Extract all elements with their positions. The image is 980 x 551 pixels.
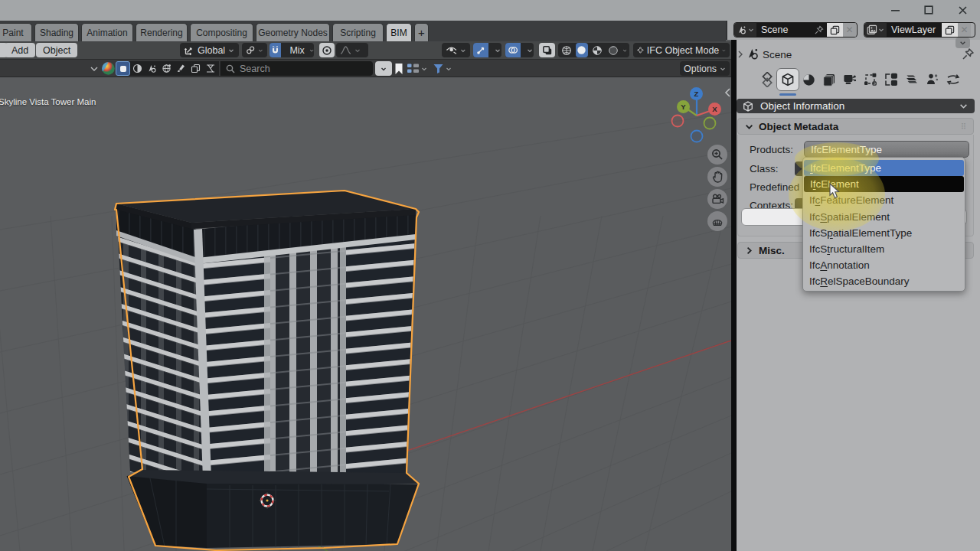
object-menu[interactable]: Object	[36, 43, 77, 57]
tab-material-properties[interactable]	[903, 70, 921, 89]
hierarchy-icon	[407, 63, 420, 74]
axis-ball-z[interactable]: Z	[690, 87, 703, 100]
ink-tool-button[interactable]	[145, 61, 159, 76]
products-dropdown[interactable]: IfcElementType	[804, 141, 969, 158]
scene-name: Scene	[761, 24, 788, 35]
perspective-toggle-button[interactable]	[707, 211, 727, 231]
viewlayer-selector[interactable]: ViewLayer ✕	[864, 22, 975, 37]
menu-item-IfcRelSpaceBoundary[interactable]: IfcRelSpaceBoundary	[803, 273, 965, 289]
pan-button[interactable]	[707, 167, 727, 187]
new-scene-button[interactable]	[827, 23, 843, 37]
tab-scene-properties[interactable]	[820, 70, 838, 89]
tab-modifier-properties[interactable]	[882, 70, 900, 89]
physics-properties-icon	[925, 72, 940, 87]
options-dropdown[interactable]: Options	[680, 61, 730, 76]
window-minimize-button[interactable]	[884, 2, 906, 18]
tab-geometry-nodes[interactable]: Geometry Nodes	[256, 23, 330, 41]
add-menu[interactable]: Add	[5, 43, 35, 57]
tab-compositing[interactable]: Compositing	[190, 23, 253, 41]
menu-item-IfcSpatialElementType[interactable]: IfcSpatialElementType	[803, 225, 965, 241]
filter-dropdown[interactable]	[433, 63, 452, 74]
building-model[interactable]	[115, 191, 419, 550]
transform-orientation-dropdown[interactable]: Global	[180, 43, 239, 57]
outliner-filter-dropdown[interactable]	[407, 63, 427, 74]
material-preview-button[interactable]	[591, 45, 603, 56]
menu-item-IfcAnnotation[interactable]: IfcAnnotation	[803, 257, 965, 273]
tab-tool-properties[interactable]	[758, 70, 776, 89]
show-gizmo-toggle[interactable]	[473, 43, 488, 57]
tab-constraint-properties[interactable]	[944, 70, 962, 89]
snap-toggle[interactable]	[270, 43, 281, 57]
mask-tool-button[interactable]	[130, 61, 145, 76]
tab-shading[interactable]: Shading	[34, 23, 79, 41]
editor-divider[interactable]	[731, 40, 737, 551]
tab-scripting[interactable]: Scripting	[332, 23, 384, 41]
panel-collapse-icon[interactable]	[724, 87, 731, 98]
editor-corner-chevron[interactable]	[956, 37, 970, 48]
hand-icon	[712, 171, 724, 183]
breadcrumb: Scene	[763, 49, 792, 60]
chevron-down-icon	[446, 66, 452, 72]
rendered-shading-button[interactable]	[606, 45, 619, 56]
tab-physics-properties[interactable]	[923, 70, 942, 89]
tab-output-properties[interactable]	[841, 70, 859, 89]
menu-item-IfcElementType[interactable]: IfcElementType	[804, 160, 964, 176]
tab-viewlayer-properties[interactable]	[799, 70, 818, 89]
show-overlays-toggle[interactable]	[505, 43, 521, 57]
search-input[interactable]: Search	[220, 61, 373, 76]
breadcrumb-expand-icon[interactable]	[737, 50, 743, 59]
tab-object-data-properties[interactable]	[861, 70, 880, 89]
brush-icon[interactable]	[101, 61, 116, 76]
eye-icon	[446, 45, 457, 55]
active-tool-button[interactable]	[116, 61, 130, 76]
tab-paint[interactable]: Paint	[0, 23, 32, 41]
tab-object-properties[interactable]	[779, 70, 797, 89]
wireframe-shading-button[interactable]	[560, 45, 573, 56]
scene-selector[interactable]: Scene ✕	[733, 22, 858, 37]
unlink-scene-button[interactable]: ✕	[843, 23, 856, 37]
tab-rendering[interactable]: Rendering	[136, 23, 188, 41]
window-close-button[interactable]	[951, 2, 974, 18]
axis-ball-negz[interactable]	[691, 131, 703, 142]
world-tool-button[interactable]	[159, 61, 174, 76]
axis-ball-negx[interactable]	[672, 116, 684, 127]
panel-grip-icon[interactable]: ⠿	[961, 122, 967, 131]
object-visibility-dropdown[interactable]	[442, 43, 470, 57]
snap-blend-label[interactable]: Mix	[284, 45, 304, 56]
add-workspace-button[interactable]: +	[414, 23, 429, 41]
axis-ball-negy[interactable]	[704, 118, 716, 129]
active-object-label: Skyline Vista Tower Main	[0, 97, 96, 106]
pin-icon[interactable]	[962, 47, 975, 60]
menu-item-IfcElement[interactable]: IfcElement	[804, 176, 964, 192]
solid-shading-button[interactable]	[576, 43, 588, 57]
camera-view-button[interactable]	[707, 189, 727, 209]
object-information-header[interactable]: Object Information	[737, 99, 975, 113]
material-properties-icon	[904, 72, 920, 87]
duplicate-tool-button[interactable]	[188, 61, 203, 76]
menu-item-IfcStructuralItem[interactable]: IfcStructuralItem	[803, 241, 965, 257]
xray-toggle[interactable]	[539, 43, 555, 57]
object-metadata-header[interactable]: Object Metadata ⠿	[737, 118, 974, 135]
proportional-falloff-dropdown[interactable]	[336, 43, 368, 57]
remove-viewlayer-button[interactable]: ✕	[958, 23, 971, 37]
pin-icon[interactable]	[814, 25, 824, 35]
snap-to-dropdown[interactable]	[242, 43, 267, 57]
mode-dropdown[interactable]: IFC Object Mode	[633, 43, 730, 57]
tab-bim[interactable]: BIM	[386, 23, 412, 41]
menu-item-IfcFeatureElement[interactable]: IfcFeatureElement	[803, 192, 965, 208]
collapse-chevron-icon[interactable]	[90, 65, 99, 73]
axis-ball-x[interactable]: X	[708, 103, 721, 116]
menu-item-IfcSpatialElement[interactable]: IfcSpatialElement	[803, 209, 965, 225]
window-maximize-button[interactable]	[917, 2, 940, 18]
axis-ball-y[interactable]: Y	[677, 100, 690, 113]
falloff-tool-button[interactable]	[203, 61, 217, 76]
new-viewlayer-button[interactable]	[942, 23, 958, 37]
asset-shelf-dropdown[interactable]	[375, 61, 392, 76]
brush-settings-button[interactable]	[174, 61, 188, 76]
navigation-gizmo[interactable]: Z Y X	[664, 78, 729, 143]
zoom-button[interactable]	[707, 145, 727, 165]
tab-animation[interactable]: Animation	[81, 23, 133, 41]
viewport-3d[interactable]: Skyline Vista Tower Main Z Y X	[0, 78, 731, 551]
proportional-editing-toggle[interactable]	[319, 43, 335, 57]
bookmark-icon[interactable]	[394, 63, 404, 75]
